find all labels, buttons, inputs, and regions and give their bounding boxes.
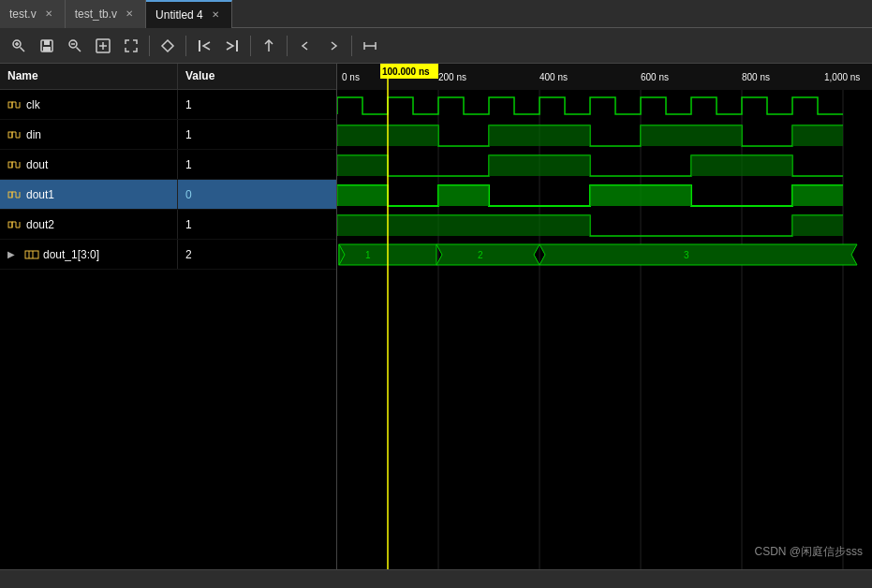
signal-row-dout[interactable]: dout 1 [0,150,336,180]
signal-name-clk: clk [0,90,178,119]
time-label-0: 0 ns [342,72,360,82]
waveform-svg: 0 ns 200 ns 400 ns 600 ns 800 ns 1,000 n… [337,64,872,569]
signal-value-dout: 1 [178,158,200,171]
svg-rect-37 [438,185,489,206]
waveform-area[interactable]: 0 ns 200 ns 400 ns 600 ns 800 ns 1,000 n… [337,64,872,569]
zoom-in-button[interactable] [6,33,32,59]
signal-value-din: 1 [178,128,200,141]
tab-test-tb-v-label: test_tb.v [75,7,117,21]
svg-rect-39 [792,185,843,206]
prev-edge-button[interactable] [191,33,217,59]
svg-rect-5 [44,40,50,45]
signal-value-dout1: 0 [178,188,200,201]
signal-icon-dout2 [7,217,22,232]
value-column-header: Value [178,64,222,89]
svg-rect-36 [337,185,388,206]
time-label-600: 600 ns [641,72,669,82]
time-label-400: 400 ns [539,72,568,82]
bus-val-3: 3 [684,250,689,260]
signal-label-dout1: dout1 [26,188,54,201]
tab-test-v-close[interactable]: ✕ [42,7,55,21]
svg-line-1 [21,47,25,51]
svg-rect-32 [792,125,843,146]
signal-name-din: din [0,120,178,149]
svg-marker-45 [539,244,857,265]
signal-panel: Name Value clk 1 din [0,64,337,569]
svg-rect-38 [590,185,691,206]
signal-row-dout1-bus[interactable]: ▶ dout_1[3:0] 2 [0,240,336,270]
svg-rect-34 [489,155,590,176]
toolbar-sep-5 [351,36,352,56]
signal-icon-din [7,127,22,142]
signal-label-clk: clk [26,98,40,111]
svg-rect-23 [8,192,12,198]
signal-icon-dout1-bus [24,247,39,262]
expand-icon-dout1-bus[interactable]: ▶ [7,249,21,259]
signal-label-dout2: dout2 [26,218,54,231]
svg-marker-44 [436,244,539,265]
time-label-1000: 1,000 ns [824,72,860,82]
svg-marker-13 [162,40,173,51]
signal-label-dout: dout [26,158,48,171]
fullscreen-button[interactable] [118,33,144,59]
zoom-fit-button[interactable] [90,33,116,59]
signal-label-din: din [26,128,41,141]
svg-line-8 [77,47,81,51]
signal-row-clk[interactable]: clk 1 [0,90,336,120]
signal-icon-dout [7,157,22,172]
zoom-out-button[interactable] [62,33,88,59]
toolbar-sep-2 [185,36,186,56]
signal-value-dout2: 1 [178,218,200,231]
time-label-200: 200 ns [438,72,466,82]
marker-fwd-button[interactable] [320,33,347,59]
cursor-time-label: 100.000 ns [382,66,430,77]
svg-rect-35 [691,155,792,176]
tab-test-v[interactable]: test.v ✕ [0,0,66,28]
signal-icon-clk [7,97,22,112]
signal-list: clk 1 din 1 dout [0,90,336,569]
signal-row-dout1[interactable]: dout1 0 [0,180,336,210]
main-area: Name Value clk 1 din [0,64,872,569]
marker-back-button[interactable] [292,33,318,59]
snap-button[interactable] [155,33,181,59]
svg-rect-33 [337,155,388,176]
svg-rect-40 [337,215,590,236]
signal-row-din[interactable]: din 1 [0,120,336,150]
tab-untitled-4-close[interactable]: ✕ [209,8,222,22]
name-column-header: Name [0,64,178,89]
signal-name-dout: dout [0,150,178,179]
signal-value-dout1-bus: 2 [178,248,200,261]
tab-untitled-4[interactable]: Untitled 4 ✕ [146,0,232,28]
toolbar-sep-1 [149,36,150,56]
fit-time-button[interactable] [357,33,383,59]
signal-name-dout1-bus: ▶ dout_1[3:0] [0,240,178,269]
svg-rect-20 [8,102,12,108]
signal-value-clk: 1 [178,98,200,111]
signal-row-dout2[interactable]: dout2 1 [0,210,336,240]
signal-name-dout2: dout2 [0,210,178,239]
toolbar [0,28,872,64]
toolbar-sep-3 [250,36,251,56]
save-button[interactable] [34,33,60,59]
tab-test-v-label: test.v [9,7,37,21]
goto-button[interactable] [256,33,282,59]
svg-rect-24 [8,222,12,228]
tab-test-tb-v[interactable]: test_tb.v ✕ [66,0,146,28]
next-edge-button[interactable] [219,33,245,59]
tab-test-tb-v-close[interactable]: ✕ [123,7,136,21]
signal-icon-dout1 [7,187,22,202]
tab-untitled-4-label: Untitled 4 [155,8,203,22]
bus-val-2: 2 [478,250,483,260]
svg-rect-21 [8,132,12,138]
watermark: CSDN @闲庭信步sss [754,544,863,560]
signal-label-dout1-bus: dout_1[3:0] [43,248,99,261]
status-bar [0,569,872,588]
svg-rect-25 [25,251,38,258]
clk-waveform [337,97,843,114]
svg-rect-31 [641,125,742,146]
tab-bar: test.v ✕ test_tb.v ✕ Untitled 4 ✕ [0,0,872,28]
signal-name-dout1: dout1 [0,180,178,209]
svg-rect-6 [43,47,51,51]
signal-header: Name Value [0,64,336,90]
toolbar-sep-4 [287,36,288,56]
